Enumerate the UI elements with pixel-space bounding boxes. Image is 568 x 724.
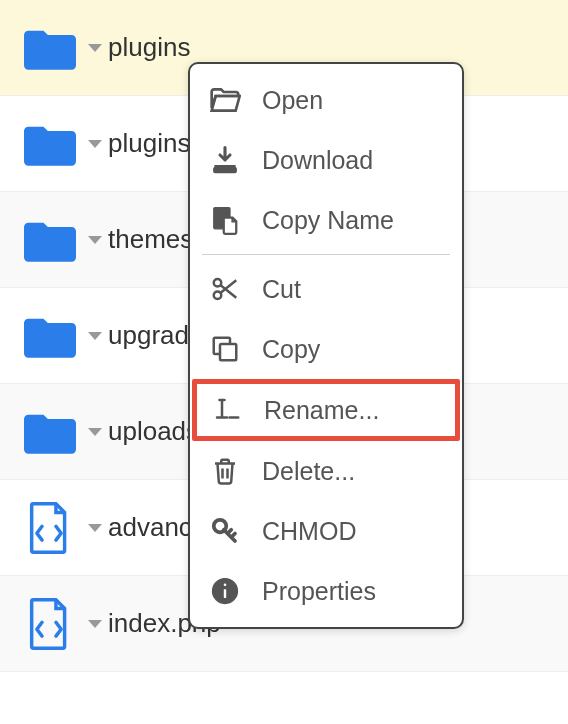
trash-icon: [208, 454, 242, 488]
chevron-down-icon[interactable]: [88, 140, 102, 148]
folder-icon: [24, 410, 76, 454]
menu-label: Rename...: [264, 396, 379, 425]
file-label: plugins: [108, 128, 190, 159]
menu-copy[interactable]: Copy: [190, 319, 462, 379]
code-file-icon: [28, 598, 70, 650]
menu-download[interactable]: Download: [190, 130, 462, 190]
svg-rect-0: [214, 168, 237, 173]
menu-label: CHMOD: [262, 517, 356, 546]
menu-label: Open: [262, 86, 323, 115]
menu-open[interactable]: Open: [190, 70, 462, 130]
open-folder-icon: [208, 83, 242, 117]
file-label: plugins: [108, 32, 190, 63]
menu-delete[interactable]: Delete...: [190, 441, 462, 501]
svg-point-2: [214, 279, 222, 287]
svg-point-3: [214, 292, 222, 300]
scissors-icon: [208, 272, 242, 306]
chevron-down-icon[interactable]: [88, 620, 102, 628]
folder-icon: [24, 218, 76, 262]
svg-point-8: [223, 583, 227, 587]
chevron-down-icon[interactable]: [88, 44, 102, 52]
menu-label: Download: [262, 146, 373, 175]
file-label: themes: [108, 224, 193, 255]
download-icon: [208, 143, 242, 177]
menu-label: Copy Name: [262, 206, 394, 235]
menu-properties[interactable]: Properties: [190, 561, 462, 621]
context-menu: Open Download Copy Name Cut Copy Rename.…: [188, 62, 464, 629]
menu-cut[interactable]: Cut: [190, 259, 462, 319]
svg-rect-5: [220, 344, 236, 360]
code-file-icon: [28, 502, 70, 554]
menu-copy-name[interactable]: Copy Name: [190, 190, 462, 250]
menu-label: Delete...: [262, 457, 355, 486]
rename-icon: [210, 393, 244, 427]
chevron-down-icon[interactable]: [88, 332, 102, 340]
menu-label: Properties: [262, 577, 376, 606]
menu-rename[interactable]: Rename...: [192, 379, 460, 441]
chevron-down-icon[interactable]: [88, 236, 102, 244]
menu-label: Cut: [262, 275, 301, 304]
copy-icon: [208, 332, 242, 366]
info-icon: [208, 574, 242, 608]
folder-icon: [24, 314, 76, 358]
folder-icon: [24, 26, 76, 70]
menu-chmod[interactable]: CHMOD: [190, 501, 462, 561]
chevron-down-icon[interactable]: [88, 524, 102, 532]
file-label: uploads: [108, 416, 199, 447]
copy-name-icon: [208, 203, 242, 237]
svg-rect-9: [223, 589, 227, 599]
folder-icon: [24, 122, 76, 166]
key-icon: [208, 514, 242, 548]
menu-separator: [202, 254, 450, 255]
menu-label: Copy: [262, 335, 320, 364]
chevron-down-icon[interactable]: [88, 428, 102, 436]
